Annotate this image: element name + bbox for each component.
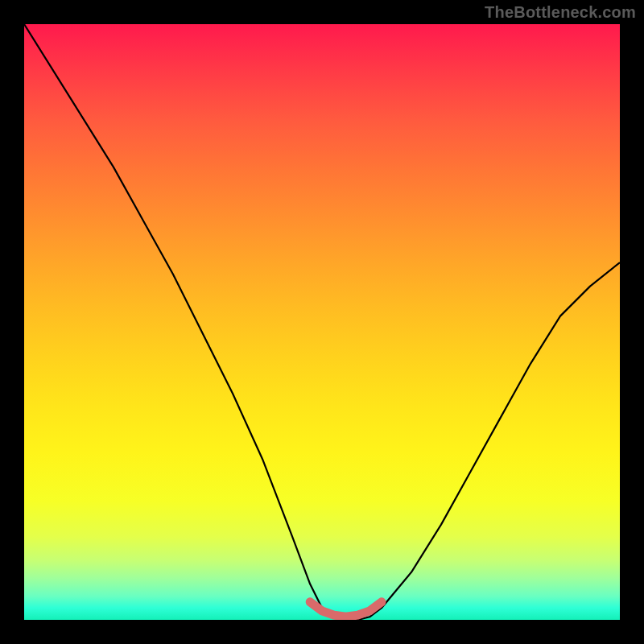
chart-frame: TheBottleneck.com [0, 0, 644, 644]
watermark-text: TheBottleneck.com [485, 3, 636, 22]
curve-layer [24, 24, 620, 620]
plot-area [24, 24, 620, 620]
bottleneck-curve-line [24, 24, 620, 620]
